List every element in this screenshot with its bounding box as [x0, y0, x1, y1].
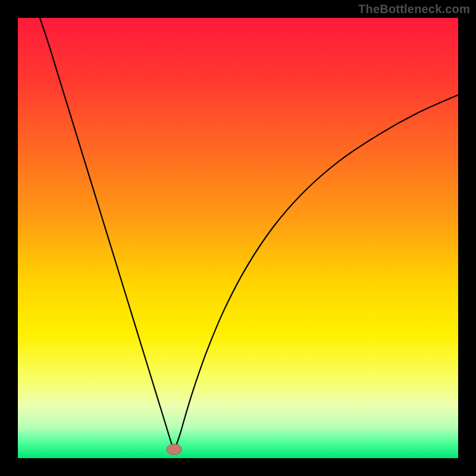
gradient-background — [18, 18, 458, 458]
minimum-marker — [167, 444, 181, 455]
chart-svg — [18, 18, 458, 458]
chart-stage: TheBottleneck.com — [0, 0, 476, 476]
watermark-text: TheBottleneck.com — [358, 2, 470, 16]
plot-area — [18, 18, 458, 458]
